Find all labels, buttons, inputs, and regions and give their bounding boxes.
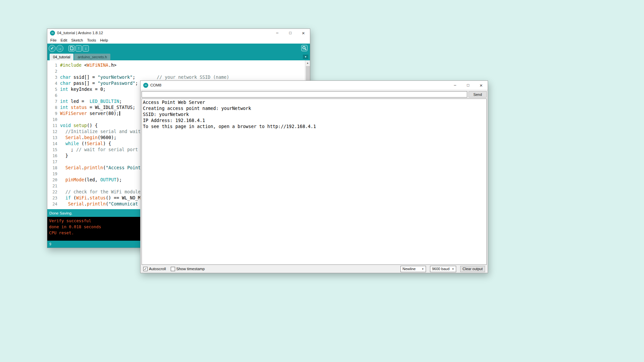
serial-output-line: Creating access point named: yourNetwork xyxy=(143,106,485,112)
line-number: 15 xyxy=(47,147,57,153)
line-number: 1 xyxy=(47,62,57,68)
serial-close-button[interactable]: × xyxy=(475,81,488,89)
new-sketch-button[interactable] xyxy=(68,45,75,52)
line-number: 16 xyxy=(47,153,57,159)
menu-sketch[interactable]: Sketch xyxy=(69,38,85,42)
line-number: 21 xyxy=(47,183,57,189)
line-code: ; // wait for serial port xyxy=(57,147,138,153)
line-code xyxy=(57,68,60,74)
line-code: if (WiFi.status() == WL_NO_M xyxy=(57,195,141,201)
serial-output-line: To see this page in action, open a brows… xyxy=(143,124,485,130)
autoscroll-checkbox[interactable]: ✓ xyxy=(143,267,148,271)
line-code: } xyxy=(57,153,68,159)
menu-bar: FileEditSketchToolsHelp xyxy=(47,37,310,44)
line-code: void setup() { xyxy=(57,123,98,129)
line-number: 24 xyxy=(47,201,57,207)
scroll-up-arrow-icon[interactable]: ▲ xyxy=(305,60,310,66)
ide-minimize-button[interactable]: – xyxy=(271,29,284,37)
line-number: 13 xyxy=(47,135,57,141)
menu-file[interactable]: File xyxy=(48,38,59,42)
line-number: 9 xyxy=(47,111,57,117)
line-number: 23 xyxy=(47,195,57,201)
serial-input[interactable] xyxy=(142,91,467,98)
arduino-logo-icon: ∞ xyxy=(50,31,55,36)
serial-minimize-button[interactable]: – xyxy=(448,81,462,89)
status-message: Done Saving. xyxy=(49,211,72,215)
save-arrow-icon: ↓ xyxy=(85,46,87,51)
line-code: #include <WiFiNINA.h> xyxy=(57,62,116,68)
line-code: // check for the WiFi module xyxy=(57,189,141,195)
line-code: Serial.begin(9600); xyxy=(57,135,116,141)
line-number: 10 xyxy=(47,117,57,123)
tab-arduino_secrets.h[interactable]: arduino_secrets.h xyxy=(74,54,110,60)
serial-monitor-window: ∞ COM8 – □ × Send Access Point Web Serve… xyxy=(140,80,488,273)
ide-toolbar: ✓ → ↑ ↓ xyxy=(47,44,310,53)
clear-output-button[interactable]: Clear output xyxy=(460,266,485,272)
serial-monitor-button[interactable] xyxy=(301,45,308,51)
code-line-2: 2 xyxy=(47,68,310,74)
line-code: char ssid[] = "yourNetwork"; // your net… xyxy=(57,74,229,80)
line-code: pinMode(led, OUTPUT); xyxy=(57,177,122,183)
menu-help[interactable]: Help xyxy=(98,38,110,42)
menu-edit[interactable]: Edit xyxy=(59,38,69,42)
line-number: 20 xyxy=(47,177,57,183)
open-sketch-button[interactable]: ↑ xyxy=(75,45,82,52)
ide-window-title: 04_tutorial | Arduino 1.8.12 xyxy=(57,31,103,35)
text-caret xyxy=(119,111,120,116)
serial-window-title: COM8 xyxy=(150,83,161,87)
chevron-down-icon: ▼ xyxy=(305,56,307,58)
line-number: 19 xyxy=(47,171,57,177)
line-number: 5 xyxy=(47,86,57,93)
ide-maximize-button[interactable]: □ xyxy=(284,29,297,37)
line-number: 18 xyxy=(47,165,57,171)
open-arrow-icon: ↑ xyxy=(78,46,80,51)
baud-rate-value: 9600 baud xyxy=(432,267,449,271)
line-code: int keyIndex = 0; xyxy=(57,86,106,93)
ide-close-button[interactable]: × xyxy=(297,29,310,37)
save-sketch-button[interactable]: ↓ xyxy=(83,45,89,52)
autoscroll-label: Autoscroll xyxy=(149,267,166,271)
line-code: //Initialize serial and wait xyxy=(57,129,141,135)
line-code: char pass[] = "yourPassword"; xyxy=(57,80,138,86)
tab-list-button[interactable]: ▼ xyxy=(303,55,308,59)
line-code xyxy=(57,117,60,123)
ide-title-bar[interactable]: ∞ 04_tutorial | Arduino 1.8.12 – □ × xyxy=(47,29,310,37)
line-ending-value: Newline xyxy=(402,267,416,271)
serial-input-row: Send xyxy=(141,89,488,99)
line-indicator: 9 xyxy=(49,242,51,246)
desktop: { "colors": { "desktop_background": "#d9… xyxy=(0,0,644,362)
serial-output-line: IP Address: 192.168.4.1 xyxy=(143,118,485,124)
line-number: 7 xyxy=(47,99,57,105)
line-number: 17 xyxy=(47,159,57,165)
new-document-icon xyxy=(70,46,73,50)
line-code: while (!Serial) { xyxy=(57,141,111,147)
serial-output[interactable]: Access Point Web ServerCreating access p… xyxy=(142,99,487,265)
timestamp-checkbox[interactable] xyxy=(171,267,175,271)
line-number: 8 xyxy=(47,105,57,111)
autoscroll-toggle[interactable]: ✓ Autoscroll xyxy=(143,267,166,271)
line-number: 6 xyxy=(47,93,57,99)
menu-tools[interactable]: Tools xyxy=(85,38,98,42)
baud-rate-select[interactable]: 9600 baud ▼ xyxy=(430,266,456,272)
timestamp-toggle[interactable]: Show timestamp xyxy=(171,267,205,271)
chevron-down-icon: ▼ xyxy=(422,268,424,270)
tab-04_tutorial[interactable]: 04_tutorial xyxy=(50,54,73,60)
line-number: 22 xyxy=(47,189,57,195)
line-code xyxy=(57,183,60,189)
line-code: WiFiServer server(80); xyxy=(57,111,120,117)
serial-output-line: SSID: yourNetwork xyxy=(143,112,485,118)
line-number: 3 xyxy=(47,74,57,80)
verify-button[interactable]: ✓ xyxy=(49,45,56,52)
line-code xyxy=(57,159,60,165)
line-code xyxy=(57,171,60,177)
tab-strip: 04_tutorialarduino_secrets.h▼ xyxy=(47,53,310,60)
line-code xyxy=(57,93,60,99)
serial-maximize-button[interactable]: □ xyxy=(462,81,475,89)
send-button[interactable]: Send xyxy=(469,91,487,98)
timestamp-label: Show timestamp xyxy=(176,267,205,271)
code-line-1: 1#include <WiFiNINA.h> xyxy=(47,62,310,68)
serial-title-bar[interactable]: ∞ COM8 – □ × xyxy=(141,81,488,89)
line-ending-select[interactable]: Newline ▼ xyxy=(400,266,426,272)
line-number: 12 xyxy=(47,129,57,135)
upload-button[interactable]: → xyxy=(56,45,63,52)
